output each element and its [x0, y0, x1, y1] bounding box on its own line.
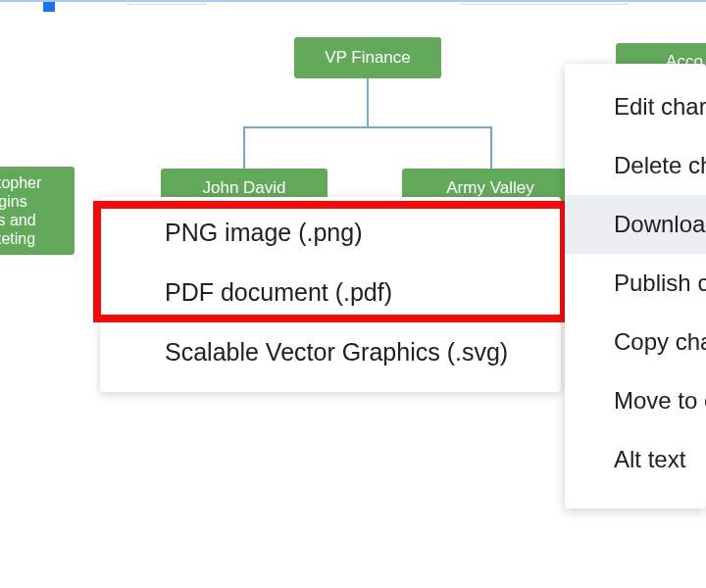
toolbar-outline-fragment: [127, 0, 206, 5]
connector: [243, 126, 492, 128]
download-pdf-item[interactable]: PDF document (.pdf): [100, 263, 561, 322]
connector: [367, 78, 369, 127]
download-png-item[interactable]: PNG image (.png): [100, 203, 561, 263]
menu-move-to-own-sheet[interactable]: Move to ov: [565, 371, 706, 430]
selection-handle[interactable]: [43, 2, 55, 12]
menu-delete-chart[interactable]: Delete cha: [565, 136, 706, 195]
download-svg-item[interactable]: Scalable Vector Graphics (.svg): [100, 322, 561, 382]
org-node-root[interactable]: VP Finance: [294, 37, 441, 78]
menu-publish-chart[interactable]: Publish ch: [565, 254, 706, 313]
org-node-sibling[interactable]: Christopher HigginsSales and Marketing: [0, 167, 75, 255]
connector: [243, 126, 245, 170]
connector: [490, 126, 492, 170]
menu-edit-chart[interactable]: Edit chart: [565, 77, 706, 136]
chart-context-menu: Edit chart Delete cha Download Publish c…: [565, 64, 706, 509]
menu-copy-chart[interactable]: Copy char: [565, 313, 706, 371]
download-submenu: PNG image (.png) PDF document (.pdf) Sca…: [100, 197, 561, 392]
menu-download-chart[interactable]: Download: [565, 195, 706, 254]
toolbar-outline-fragment: [461, 0, 628, 5]
menu-alt-text[interactable]: Alt text: [565, 430, 706, 489]
